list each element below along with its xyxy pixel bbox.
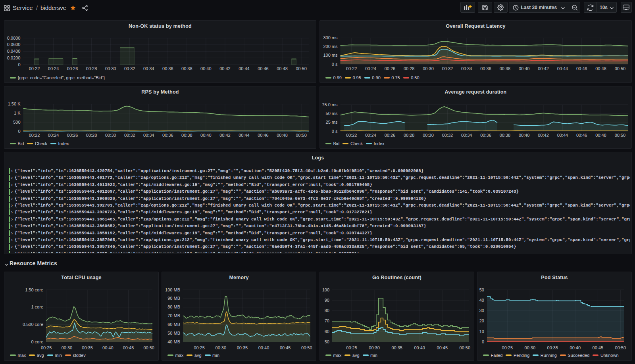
svg-text:0 s: 0 s	[332, 129, 338, 134]
svg-text:00:42: 00:42	[219, 133, 231, 138]
svg-text:0: 0	[482, 339, 484, 344]
svg-text:75.0 ms: 75.0 ms	[322, 102, 338, 107]
svg-text:00:40: 00:40	[200, 133, 212, 138]
svg-text:25 ms: 25 ms	[326, 120, 338, 125]
svg-text:00:50: 00:50	[615, 345, 626, 350]
svg-text:00:38: 00:38	[181, 133, 192, 138]
svg-text:00:30: 00:30	[62, 345, 73, 350]
svg-text:00:24: 00:24	[365, 66, 376, 71]
svg-text:00:45: 00:45	[437, 345, 448, 350]
svg-text:00:32: 00:32	[442, 66, 453, 71]
svg-text:1.50 core: 1.50 core	[25, 287, 43, 292]
svg-text:00:38: 00:38	[500, 133, 511, 138]
svg-text:00:26: 00:26	[67, 66, 78, 71]
svg-text:00:25: 00:25	[346, 345, 357, 350]
svg-text:0 core: 0 core	[31, 339, 43, 344]
svg-text:00:32: 00:32	[124, 133, 135, 138]
svg-text:00:46: 00:46	[258, 66, 269, 71]
svg-text:00:50: 00:50	[460, 345, 471, 350]
svg-text:00:34: 00:34	[143, 66, 154, 71]
svg-text:100 MB: 100 MB	[165, 287, 180, 292]
svg-text:00:48: 00:48	[595, 66, 606, 71]
svg-text:0: 0	[18, 62, 20, 67]
svg-text:00:22: 00:22	[346, 66, 357, 71]
svg-text:00:25: 00:25	[41, 345, 52, 350]
svg-text:00:34: 00:34	[143, 133, 154, 138]
svg-text:00:45: 00:45	[593, 345, 604, 350]
svg-text:1 K: 1 K	[14, 111, 21, 115]
svg-text:20: 20	[479, 318, 484, 323]
svg-text:00:38: 00:38	[181, 66, 192, 71]
svg-text:500: 500	[13, 120, 20, 125]
svg-text:50 ms: 50 ms	[326, 111, 338, 116]
svg-text:00:45: 00:45	[123, 345, 134, 350]
svg-text:00:25: 00:25	[502, 345, 513, 350]
svg-text:00:46: 00:46	[576, 133, 587, 138]
svg-text:00:24: 00:24	[48, 133, 59, 138]
svg-text:00:28: 00:28	[404, 133, 415, 138]
svg-text:00:34: 00:34	[461, 66, 472, 71]
svg-text:00:38: 00:38	[500, 66, 511, 71]
svg-text:90: 90	[325, 298, 329, 303]
svg-text:0: 0	[18, 129, 20, 134]
svg-text:0.0200: 0.0200	[7, 56, 21, 60]
svg-text:1.50 K: 1.50 K	[8, 102, 21, 106]
svg-text:00:35: 00:35	[547, 345, 558, 350]
svg-text:00:42: 00:42	[538, 133, 549, 138]
svg-text:00:22: 00:22	[29, 133, 40, 138]
svg-text:00:34: 00:34	[461, 133, 472, 138]
svg-text:70 MB: 70 MB	[167, 313, 180, 318]
svg-text:00:40: 00:40	[200, 66, 212, 71]
svg-text:00:44: 00:44	[239, 66, 250, 71]
svg-text:70: 70	[325, 318, 329, 323]
svg-text:00:26: 00:26	[385, 66, 396, 71]
svg-text:00:50: 00:50	[615, 133, 626, 138]
svg-text:00:32: 00:32	[442, 133, 453, 138]
svg-text:00:36: 00:36	[162, 133, 173, 138]
svg-text:00:25: 00:25	[194, 345, 205, 350]
svg-text:00:44: 00:44	[557, 66, 568, 71]
svg-text:1 core: 1 core	[31, 305, 43, 309]
svg-text:60: 60	[325, 329, 329, 334]
svg-text:100: 100	[322, 287, 329, 292]
svg-text:80: 80	[325, 308, 329, 313]
svg-text:00:24: 00:24	[48, 66, 59, 71]
svg-text:40: 40	[479, 298, 484, 303]
svg-text:00:40: 00:40	[258, 345, 269, 350]
svg-text:00:26: 00:26	[67, 133, 78, 138]
svg-text:00:35: 00:35	[82, 345, 93, 350]
svg-text:50 MB: 50 MB	[167, 331, 180, 335]
svg-text:00:30: 00:30	[105, 133, 116, 138]
svg-text:00:26: 00:26	[385, 133, 396, 138]
svg-text:0.500 core: 0.500 core	[23, 322, 43, 327]
svg-text:00:50: 00:50	[301, 345, 312, 350]
svg-text:90 MB: 90 MB	[167, 296, 180, 301]
svg-text:00:32: 00:32	[124, 66, 135, 71]
svg-text:50: 50	[325, 339, 329, 344]
svg-text:00:48: 00:48	[595, 133, 606, 138]
svg-text:00:30: 00:30	[423, 133, 434, 138]
svg-text:00:30: 00:30	[369, 345, 380, 350]
svg-text:00:40: 00:40	[519, 66, 530, 71]
svg-text:00:36: 00:36	[480, 66, 491, 71]
svg-text:00:22: 00:22	[346, 133, 357, 138]
svg-text:200 ms: 200 ms	[323, 44, 338, 49]
svg-text:00:30: 00:30	[423, 66, 434, 71]
svg-text:300 ms: 300 ms	[323, 35, 338, 40]
svg-text:0.0600: 0.0600	[7, 42, 21, 47]
svg-text:00:50: 00:50	[296, 66, 307, 71]
svg-text:0.0400: 0.0400	[7, 49, 21, 54]
svg-text:00:45: 00:45	[280, 345, 291, 350]
svg-text:00:28: 00:28	[86, 133, 97, 138]
svg-text:00:30: 00:30	[216, 345, 227, 350]
svg-text:00:50: 00:50	[615, 66, 626, 71]
svg-text:00:30: 00:30	[525, 345, 536, 350]
svg-text:00:44: 00:44	[557, 133, 568, 138]
svg-text:10: 10	[479, 329, 484, 334]
svg-text:60 MB: 60 MB	[167, 322, 180, 327]
svg-text:00:50: 00:50	[143, 345, 154, 350]
svg-text:00:40: 00:40	[570, 345, 581, 350]
svg-text:00:48: 00:48	[277, 66, 288, 71]
svg-text:00:48: 00:48	[277, 133, 288, 138]
svg-text:00:36: 00:36	[162, 66, 173, 71]
